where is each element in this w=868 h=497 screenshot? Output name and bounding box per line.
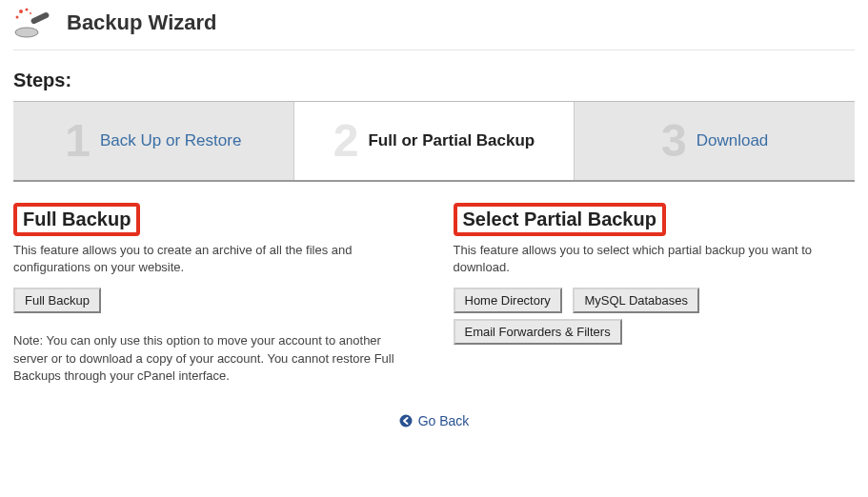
home-directory-button[interactable]: Home Directory [454,288,562,313]
full-backup-button[interactable]: Full Backup [13,288,101,313]
go-back-container: Go Back [13,413,855,430]
step-number: 3 [661,118,687,164]
steps-heading: Steps: [13,70,855,91]
arrow-left-icon [399,414,413,427]
svg-point-2 [19,10,23,13]
step-2[interactable]: 2 Full or Partial Backup [294,102,575,180]
step-label: Back Up or Restore [100,131,241,150]
content-area: Full Backup This feature allows you to c… [13,203,855,385]
partial-backup-buttons: Home Directory MySQL Databases Email For… [454,288,856,350]
backup-wizard-icon [13,8,57,38]
step-number: 2 [333,118,359,164]
svg-point-4 [16,16,19,19]
step-label: Full or Partial Backup [368,131,535,150]
steps-row: 1 Back Up or Restore 2 Full or Partial B… [13,101,855,182]
page-title: Backup Wizard [67,10,217,35]
mysql-databases-button[interactable]: MySQL Databases [573,288,699,313]
go-back-label: Go Back [418,413,470,428]
go-back-link[interactable]: Go Back [399,413,470,428]
page-header: Backup Wizard [13,8,855,50]
partial-backup-heading: Select Partial Backup [454,203,666,236]
svg-point-6 [399,414,412,427]
step-label: Download [696,131,769,150]
step-3[interactable]: 3 Download [575,102,855,180]
step-1[interactable]: 1 Back Up or Restore [13,102,294,180]
step-number: 1 [65,118,91,164]
full-backup-section: Full Backup This feature allows you to c… [13,203,415,385]
svg-rect-1 [30,11,50,25]
email-forwarders-button[interactable]: Email Forwarders & Filters [454,319,622,345]
full-backup-description: This feature allows you to create an arc… [13,242,415,276]
svg-point-3 [26,9,29,11]
partial-backup-section: Select Partial Backup This feature allow… [454,203,856,385]
svg-point-5 [30,12,31,14]
full-backup-note: Note: You can only use this option to mo… [13,332,415,385]
full-backup-heading: Full Backup [13,203,140,236]
partial-backup-description: This feature allows you to select which … [454,242,856,276]
svg-point-0 [15,28,38,37]
